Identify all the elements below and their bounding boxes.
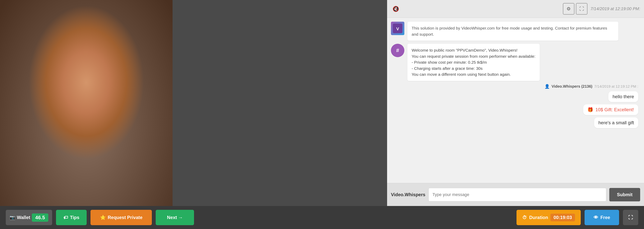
duration-time: 00:19:03 [550, 214, 575, 221]
system-bubble-1: This solution is provided by VideoWhispe… [408, 22, 618, 41]
user-icon: 👤 [544, 84, 550, 89]
msg-gift: 🎁 10$ Gift: Excellent! [583, 104, 638, 115]
user-header: 👤 Video.Whispers (2136) 7/14/2019 at 12:… [544, 84, 638, 89]
system-bubble-2: Welcome to public room "PPVCamDemo", Vid… [408, 44, 540, 81]
request-label: Request Private [108, 215, 142, 220]
gray-panel [172, 0, 387, 206]
duration-label: Duration [529, 215, 548, 220]
expand-icon: ⛶ [628, 215, 633, 220]
duration-button[interactable]: ⏱ Duration 00:19:03 [516, 210, 581, 225]
mute-icon: 🔇 [391, 4, 400, 14]
bottom-toolbar: 📷 Wallet 46.5 🏷 Tips ⭐ Request Private N… [0, 206, 644, 229]
request-private-button[interactable]: ⭐ Request Private [90, 210, 152, 225]
chat-input[interactable] [428, 188, 606, 202]
fullscreen-button[interactable]: ⛶ [576, 3, 588, 14]
chat-footer: Video.Whispers Submit [387, 183, 644, 206]
right-controls: ⏱ Duration 00:19:03 👁 Free ⛶ [516, 210, 638, 225]
chat-messages: V This solution is provided by VideoWhis… [387, 18, 644, 183]
star-icon: ⭐ [100, 215, 106, 220]
clock-icon: ⏱ [522, 215, 527, 220]
chat-panel: 🔇 ⚙ ⛶ 7/14/2019 at 12:19:00 PM: V This s… [387, 0, 644, 206]
wallet-button[interactable]: 📷 Wallet 46.5 [6, 210, 52, 225]
chat-timestamp: 7/14/2019 at 12:19:00 PM: [590, 6, 640, 11]
tips-icon: 🏷 [64, 215, 68, 220]
tips-button[interactable]: 🏷 Tips [56, 210, 87, 225]
svg-text:V: V [396, 26, 399, 31]
chat-header: 🔇 ⚙ ⛶ 7/14/2019 at 12:19:00 PM: [387, 0, 644, 18]
video-panel [0, 0, 172, 206]
wallet-label: Wallet [17, 215, 30, 220]
next-label: Next → [167, 215, 183, 220]
tips-label: Tips [70, 215, 79, 220]
wallet-amount: 46.5 [32, 214, 48, 222]
user-name: Video.Whispers (2136) [552, 84, 592, 88]
system-message-1: V This solution is provided by VideoWhis… [391, 22, 640, 41]
chat-controls: ⚙ ⛶ [563, 3, 588, 14]
chat-username: Video.Whispers [391, 192, 426, 197]
free-button[interactable]: 👁 Free [584, 210, 619, 225]
msg-small-gift: here's a small gift [594, 118, 638, 128]
camera-icon: 📷 [10, 215, 15, 220]
free-label: Free [600, 215, 610, 220]
system-avatar-2: # [391, 44, 404, 57]
submit-button[interactable]: Submit [609, 188, 640, 202]
system-avatar-1: V [391, 22, 404, 35]
eye-icon: 👁 [594, 215, 598, 220]
expand-button[interactable]: ⛶ [623, 210, 638, 225]
gift-icon: 🎁 [588, 107, 593, 112]
user-messages: 👤 Video.Whispers (2136) 7/14/2019 at 12:… [391, 84, 640, 128]
next-button[interactable]: Next → [156, 210, 194, 225]
system-message-2: # Welcome to public room "PPVCamDemo", V… [391, 44, 640, 81]
settings-button[interactable]: ⚙ [563, 3, 574, 14]
user-timestamp: 7/14/2019 at 12:19:12 PM : [594, 84, 638, 88]
msg-hello: hello there [608, 91, 638, 102]
